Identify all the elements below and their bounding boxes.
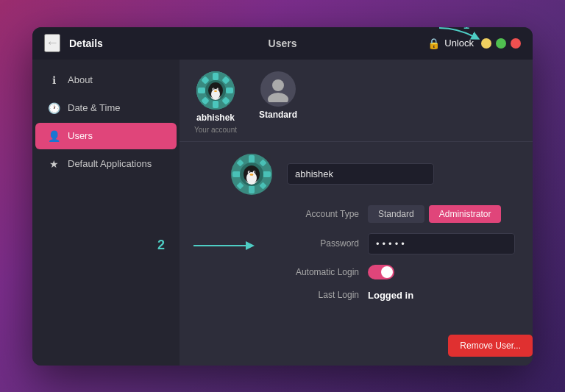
back-button[interactable]: ← [44,34,60,52]
svg-rect-23 [232,171,241,177]
settings-window: ← Details Users 1 🔒 Unlock [32,27,533,366]
user-gear-icon [231,154,272,195]
avatar-standard [260,71,296,107]
user-subtitle-abhishek: Your account [194,126,237,134]
user-name-standard: Standard [259,110,297,120]
svg-point-17 [214,90,217,92]
username-input[interactable] [287,163,434,185]
svg-point-35 [249,171,250,173]
last-login-value: Logged in [368,290,413,301]
svg-rect-2 [213,101,218,108]
svg-rect-4 [226,88,233,93]
users-bar: abhishek Your account Standard [180,60,533,142]
annotation-1: 1 [463,27,469,31]
main-panel: abhishek Your account Standard [180,60,533,366]
svg-rect-21 [249,155,255,163]
user-icon: 👤 [47,130,60,142]
account-type-buttons: Standard Administrator [368,205,501,223]
titlebar: ← Details Users 1 🔒 Unlock [32,27,533,60]
sidebar-item-default-apps[interactable]: ★ Default Applications [35,151,177,177]
sidebar-label-datetime: Date & Time [68,102,121,113]
auto-login-toggle[interactable] [368,265,394,279]
close-button[interactable] [511,38,521,49]
star-icon: ★ [47,158,60,170]
lock-icon: 🔒 [427,38,440,49]
maximize-button[interactable] [496,38,506,49]
center-title: Users [269,38,297,49]
user-item-abhishek[interactable]: abhishek Your account [194,71,237,134]
account-type-row: Account Type Standard Administrator [256,205,515,223]
sidebar-label-default-apps: Default Applications [68,158,152,169]
arrow-2-svg [190,236,256,255]
last-login-row: Last Login Logged in [256,290,515,301]
administrator-type-btn[interactable]: Administrator [429,205,502,223]
password-row: Password [256,233,515,254]
account-type-label: Account Type [278,209,359,219]
svg-point-37 [250,174,254,175]
info-icon: ℹ [47,74,60,86]
auto-login-row: Automatic Login [256,265,515,279]
person-avatar-svg [265,76,291,102]
window-title: Details [69,38,103,49]
svg-rect-3 [198,88,205,93]
sidebar: ℹ About 🕐 Date & Time 👤 Users ★ Default … [32,60,180,366]
svg-point-16 [218,88,219,90]
svg-point-15 [213,88,215,90]
standard-type-btn[interactable]: Standard [368,205,424,223]
username-row [209,154,515,195]
auto-login-label: Automatic Login [278,267,359,277]
titlebar-right: 1 🔒 Unlock [427,38,521,49]
avatar-abhishek [196,71,235,110]
svg-rect-1 [213,73,218,80]
password-input[interactable] [368,233,515,254]
user-item-standard[interactable]: Standard [259,71,297,134]
gear-avatar-svg [196,71,235,110]
sidebar-item-datetime[interactable]: 🕐 Date & Time [35,95,177,121]
form-area: 2 [180,142,533,366]
sidebar-item-users[interactable]: 👤 Users [35,123,177,149]
sidebar-label-about: About [68,74,93,85]
last-login-label: Last Login [278,290,359,300]
svg-rect-24 [263,171,271,177]
sidebar-item-about[interactable]: ℹ About [35,67,177,93]
svg-rect-22 [249,185,255,193]
svg-point-18 [272,79,284,91]
clock-icon: 🕐 [47,102,60,114]
svg-point-36 [254,171,255,173]
sidebar-label-users: Users [68,130,93,141]
user-name-abhishek: abhishek [196,113,235,123]
minimize-button[interactable] [481,38,491,49]
content-area: ℹ About 🕐 Date & Time 👤 Users ★ Default … [32,60,533,366]
svg-point-19 [268,93,288,102]
window-controls [481,38,521,49]
password-label: Password [278,238,359,249]
unlock-button[interactable]: 🔒 Unlock [427,38,474,49]
remove-user-button[interactable]: Remove User... [448,335,533,357]
